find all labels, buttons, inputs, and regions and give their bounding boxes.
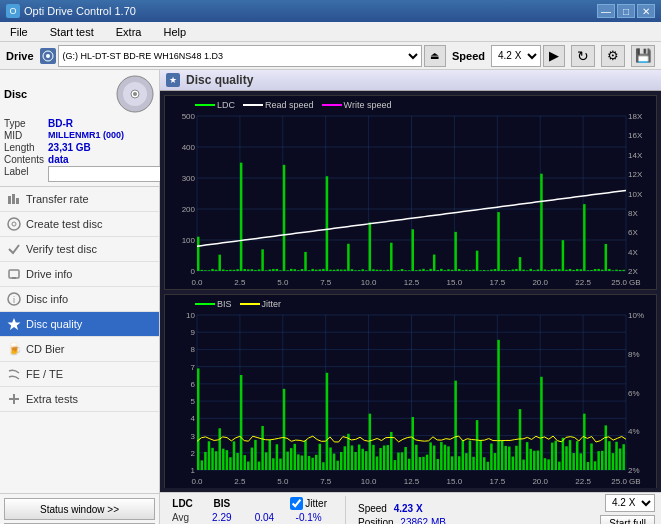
- close-button[interactable]: ✕: [637, 4, 655, 18]
- legend-write-speed: Write speed: [322, 100, 392, 110]
- stats-jitter-header: Jitter: [284, 496, 333, 511]
- position-label: Position: [358, 517, 394, 524]
- verify-test-disc-label: Verify test disc: [26, 243, 97, 255]
- legend-jitter-text: Jitter: [262, 299, 282, 309]
- position-value: 23862 MB: [400, 517, 446, 524]
- legend-bis-color: [195, 303, 215, 305]
- maximize-button[interactable]: □: [617, 4, 635, 18]
- sidebar-item-extra-tests[interactable]: Extra tests: [0, 387, 159, 412]
- start-full-button[interactable]: Start full: [600, 515, 655, 525]
- speed-value: 4.23 X: [394, 503, 423, 514]
- legend-bis-text: BIS: [217, 299, 232, 309]
- speed-label: Speed: [452, 50, 485, 62]
- speed-control: 4.2 X ▶: [491, 45, 565, 67]
- legend-jitter-color: [240, 303, 260, 305]
- sidebar-status: Status window >> Test completed 13:26: [0, 493, 159, 524]
- transfer-rate-label: Transfer rate: [26, 193, 89, 205]
- svg-rect-12: [12, 277, 16, 279]
- legend-read-text: Read speed: [265, 100, 314, 110]
- svg-rect-7: [12, 194, 15, 204]
- svg-rect-6: [8, 196, 11, 204]
- app-title: Opti Drive Control 1.70: [24, 5, 136, 17]
- quality-icon: ★: [166, 73, 180, 87]
- jitter-checkbox[interactable]: [290, 497, 303, 510]
- svg-marker-15: [8, 318, 21, 330]
- chart2-legend: BIS Jitter: [195, 299, 281, 309]
- menu-start-test[interactable]: Start test: [44, 24, 100, 40]
- legend-read-speed: Read speed: [243, 100, 314, 110]
- drive-bar: Drive (G:) HL-DT-ST BD-RE WH16NS48 1.D3 …: [0, 42, 661, 70]
- cd-bier-label: CD Bier: [26, 343, 65, 355]
- sidebar-item-create-test-disc[interactable]: Create test disc: [0, 212, 159, 237]
- disc-quality-label: Disc quality: [26, 318, 82, 330]
- legend-write-color: [322, 104, 342, 106]
- refresh-button[interactable]: ↻: [571, 45, 595, 67]
- disc-info-panel: Disc Type BD-R MID MILLENMR1 (000) Lengt…: [0, 70, 159, 187]
- speed-select[interactable]: 4.2 X: [605, 494, 655, 512]
- legend-ldc-color: [195, 104, 215, 106]
- drive-info-label: Drive info: [26, 268, 72, 280]
- legend-ldc-text: LDC: [217, 100, 235, 110]
- type-label: Type: [4, 118, 44, 129]
- menu-help[interactable]: Help: [157, 24, 192, 40]
- legend-write-text: Write speed: [344, 100, 392, 110]
- disc-header: Disc: [4, 74, 155, 114]
- legend-jitter: Jitter: [240, 299, 282, 309]
- length-label: Length: [4, 142, 44, 153]
- chart1-legend: LDC Read speed Write speed: [195, 100, 391, 110]
- quality-header: ★ Disc quality: [160, 70, 661, 91]
- create-test-disc-icon: [6, 216, 22, 232]
- settings-button[interactable]: ⚙: [601, 45, 625, 67]
- save-button[interactable]: 💾: [631, 45, 655, 67]
- titlebar: O Opti Drive Control 1.70 — □ ✕: [0, 0, 661, 22]
- minimize-button[interactable]: —: [597, 4, 615, 18]
- fe-te-label: FE / TE: [26, 368, 63, 380]
- legend-ldc: LDC: [195, 100, 235, 110]
- fe-te-icon: [6, 366, 22, 382]
- titlebar-left: O Opti Drive Control 1.70: [6, 4, 136, 18]
- sidebar-item-drive-info[interactable]: Drive info: [0, 262, 159, 287]
- chart2-canvas: [165, 295, 656, 488]
- drive-info-icon: [6, 266, 22, 282]
- sidebar-item-fe-te[interactable]: FE / TE: [0, 362, 159, 387]
- svg-rect-8: [16, 198, 19, 204]
- menu-extra[interactable]: Extra: [110, 24, 148, 40]
- drive-dropdown[interactable]: (G:) HL-DT-ST BD-RE WH16NS48 1.D3: [58, 45, 422, 67]
- titlebar-controls: — □ ✕: [597, 4, 655, 18]
- menu-file[interactable]: File: [4, 24, 34, 40]
- content-area: ★ Disc quality LDC Read speed: [160, 70, 661, 524]
- disc-info-icon: i: [6, 291, 22, 307]
- sidebar-item-cd-bier[interactable]: 🍺 CD Bier: [0, 337, 159, 362]
- sidebar-item-disc-info[interactable]: i Disc info: [0, 287, 159, 312]
- drive-selector: (G:) HL-DT-ST BD-RE WH16NS48 1.D3 ⏏: [40, 45, 446, 67]
- speed-label: Speed: [358, 503, 387, 514]
- disc-section-label: Disc: [4, 88, 27, 100]
- speed-row: Speed 4.23 X: [358, 503, 446, 514]
- label-label: Label: [4, 166, 44, 182]
- speed-dropdown[interactable]: 4.2 X: [491, 45, 541, 67]
- chart1-canvas: [165, 96, 656, 289]
- sidebar-item-disc-quality[interactable]: Disc quality: [0, 312, 159, 337]
- avg-jitter: -0.1%: [284, 511, 333, 524]
- app-icon: O: [6, 4, 20, 18]
- drive-icon: [40, 48, 56, 64]
- legend-bis: BIS: [195, 299, 232, 309]
- sidebar-item-verify-test-disc[interactable]: Verify test disc: [0, 237, 159, 262]
- sidebar-menu: Transfer rate Create test disc Verify te…: [0, 187, 159, 493]
- chart-ldc: LDC Read speed Write speed: [164, 95, 657, 290]
- action-buttons: 4.2 X Start full Start part: [596, 494, 655, 525]
- svg-rect-11: [9, 270, 19, 278]
- disc-icon: [115, 74, 155, 114]
- disc-info-label: Disc info: [26, 293, 68, 305]
- sidebar-item-transfer-rate[interactable]: Transfer rate: [0, 187, 159, 212]
- contents-label: Contents: [4, 154, 44, 165]
- stats-ldc-header: LDC: [166, 496, 199, 511]
- stats-bis-header: BIS: [199, 496, 244, 511]
- speed-go-button[interactable]: ▶: [543, 45, 565, 67]
- stats-table: LDC BIS Jitter Avg 2.29 0.04 -0.1%: [166, 496, 333, 525]
- svg-text:i: i: [13, 295, 15, 305]
- chart-bis: BIS Jitter: [164, 294, 657, 489]
- status-window-button[interactable]: Status window >>: [4, 498, 155, 520]
- drive-label: Drive: [6, 50, 34, 62]
- drive-eject-button[interactable]: ⏏: [424, 45, 446, 67]
